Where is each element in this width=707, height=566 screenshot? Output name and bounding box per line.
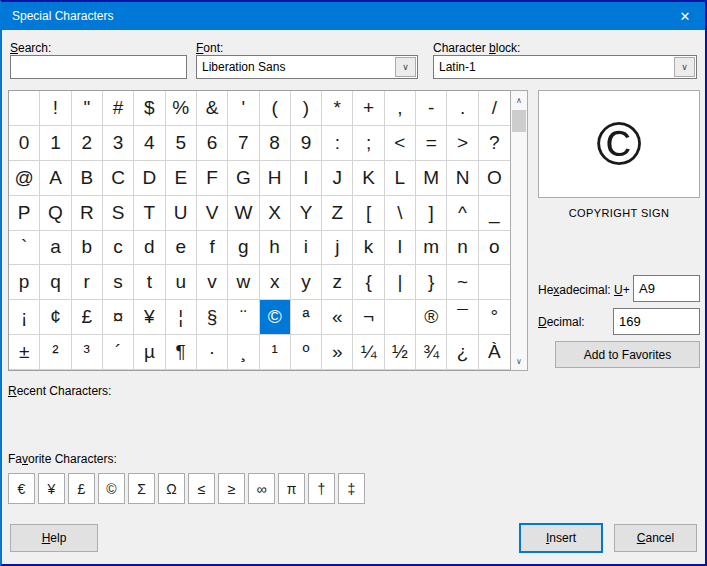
char-cell[interactable]: C [103,161,134,196]
char-cell[interactable]: 4 [134,126,165,161]
char-cell[interactable]: 2 [72,126,103,161]
char-cell[interactable]: v [197,265,228,300]
char-cell[interactable]: R [72,196,103,231]
char-cell[interactable]: B [72,161,103,196]
char-cell[interactable]: ½ [385,335,416,370]
favorite-char-cell[interactable]: € [8,473,35,504]
char-cell[interactable]: a [40,231,71,266]
favorite-char-cell[interactable]: Σ [128,473,155,504]
char-cell[interactable]: % [166,91,197,126]
favorite-char-cell[interactable]: † [308,473,335,504]
char-cell[interactable]: & [197,91,228,126]
char-cell[interactable]: ¶ [166,335,197,370]
char-cell[interactable]: ¹ [260,335,291,370]
char-cell[interactable]: " [72,91,103,126]
char-cell[interactable]: n [447,231,478,266]
char-cell[interactable]: w [228,265,259,300]
favorite-char-cell[interactable]: £ [68,473,95,504]
char-cell[interactable]: ( [260,91,291,126]
favorite-char-cell[interactable]: π [278,473,305,504]
char-cell[interactable]: ² [40,335,71,370]
char-cell[interactable]: ° [479,300,510,335]
char-cell[interactable]: E [166,161,197,196]
char-cell[interactable]: = [416,126,447,161]
char-cell[interactable]: ~ [447,265,478,300]
decimal-input[interactable] [613,308,700,335]
char-cell[interactable]: V [197,196,228,231]
char-cell[interactable]: ? [479,126,510,161]
char-cell[interactable]: Y [291,196,322,231]
char-cell[interactable]: £ [72,300,103,335]
char-cell[interactable]: m [416,231,447,266]
char-cell[interactable]: ¬ [353,300,384,335]
char-cell[interactable]: i [291,231,322,266]
char-cell[interactable]: ¥ [134,300,165,335]
char-cell[interactable]: < [385,126,416,161]
favorite-char-cell[interactable]: ¥ [38,473,65,504]
char-cell[interactable]: J [322,161,353,196]
char-cell[interactable]: ¢ [40,300,71,335]
favorite-char-cell[interactable]: ‡ [338,473,365,504]
add-to-favorites-button[interactable]: Add to Favorites [555,341,700,368]
char-cell[interactable]: { [353,265,384,300]
char-cell[interactable]: ' [228,91,259,126]
char-cell[interactable]: 1 [40,126,71,161]
char-cell[interactable]: y [291,265,322,300]
char-cell[interactable]: © [260,300,291,335]
char-cell[interactable]: Q [40,196,71,231]
close-button[interactable]: ✕ [665,2,705,30]
char-cell[interactable]: ³ [72,335,103,370]
char-cell[interactable]: h [260,231,291,266]
char-cell[interactable]: ¾ [416,335,447,370]
char-cell[interactable]: g [228,231,259,266]
char-cell[interactable]: @ [9,161,40,196]
char-cell[interactable]: § [197,300,228,335]
char-cell[interactable]: d [134,231,165,266]
char-cell[interactable]: N [447,161,478,196]
char-cell[interactable]: Z [322,196,353,231]
char-cell[interactable]: j [322,231,353,266]
char-cell[interactable]: r [72,265,103,300]
char-cell[interactable]: T [134,196,165,231]
char-cell[interactable]: 0 [9,126,40,161]
scrollbar-thumb[interactable] [512,110,526,132]
char-cell[interactable]: \ [385,196,416,231]
char-cell[interactable]: ] [416,196,447,231]
char-cell[interactable]: k [353,231,384,266]
char-cell[interactable]: ¯ [447,300,478,335]
grid-scrollbar[interactable]: ∧ ∨ [510,90,528,371]
scroll-up-button[interactable]: ∧ [511,92,527,108]
char-cell[interactable]: 9 [291,126,322,161]
char-cell[interactable]: # [103,91,134,126]
char-cell[interactable]: M [416,161,447,196]
char-cell[interactable]: K [353,161,384,196]
char-cell[interactable]: 5 [166,126,197,161]
char-cell[interactable]: L [385,161,416,196]
char-cell[interactable]: I [291,161,322,196]
char-cell[interactable]: º [291,335,322,370]
char-cell[interactable]: ¿ [447,335,478,370]
char-cell[interactable]: F [197,161,228,196]
char-cell[interactable]: x [260,265,291,300]
character-block-dropdown-button[interactable]: ∨ [674,57,695,77]
char-cell[interactable]: « [322,300,353,335]
char-cell[interactable]: D [134,161,165,196]
favorite-char-cell[interactable]: Ω [158,473,185,504]
char-cell[interactable]: ¦ [166,300,197,335]
char-cell[interactable]: O [479,161,510,196]
search-input[interactable] [10,55,187,79]
char-cell[interactable]: } [416,265,447,300]
char-cell[interactable]: ª [291,300,322,335]
char-cell[interactable]: | [385,265,416,300]
char-cell[interactable]: + [353,91,384,126]
char-cell[interactable]: P [9,196,40,231]
favorite-char-cell[interactable]: ∞ [248,473,275,504]
char-cell[interactable]: u [166,265,197,300]
char-cell[interactable]: U [166,196,197,231]
char-cell[interactable]: ´ [103,335,134,370]
char-cell[interactable]: c [103,231,134,266]
char-cell[interactable]: s [103,265,134,300]
char-cell[interactable]: b [72,231,103,266]
char-cell[interactable]: ! [40,91,71,126]
help-button[interactable]: Help [10,524,98,552]
